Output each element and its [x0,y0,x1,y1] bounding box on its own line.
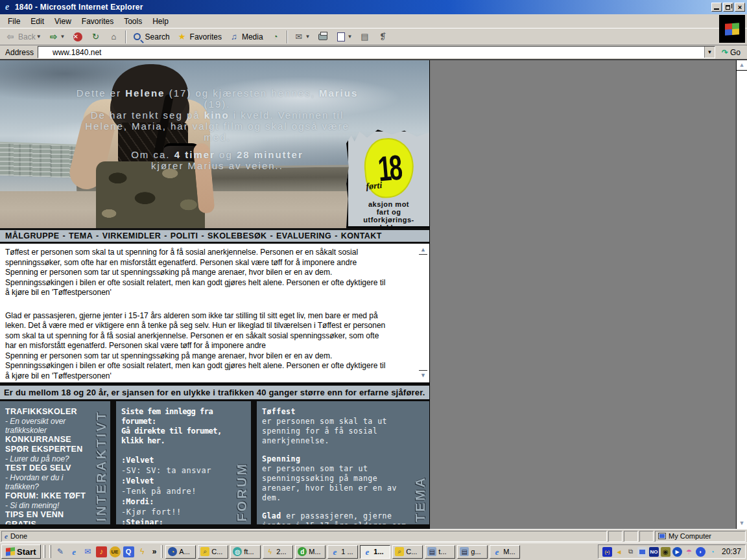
forum-post-msg[interactable]: -SV: SV: ta ansvar [121,465,233,476]
task-button[interactable]: e1 ... [327,545,358,559]
display-tray-icon[interactable] [637,547,647,557]
forum-post-author[interactable]: :Steinar: [121,517,233,524]
wireless-tray-icon[interactable]: (•) [602,547,612,557]
article-paragraph-2: Glad er passasjeren, gjerne jenter i 15-… [0,307,429,382]
favorites-button[interactable]: ★Favorites [173,30,225,44]
network-tray-icon[interactable]: ⧉ [626,547,635,557]
status-pane-empty [624,531,638,542]
history-button[interactable]: ◔ [267,30,285,44]
nav-evaluering[interactable]: EVALUERING [276,231,331,240]
menu-tools[interactable]: Tools [119,15,147,28]
address-input[interactable] [38,48,704,57]
lightning-icon[interactable]: ϟ [137,546,148,557]
menu-help[interactable]: Help [147,15,174,28]
messenger-button[interactable]: ❡ [374,30,392,44]
text-scrollbar[interactable]: ▲ ▼ [419,246,427,379]
nav-skolebesok[interactable]: SKOLEBESØK [208,231,267,240]
task-button[interactable]: dM... [295,545,326,559]
forum-link[interactable]: Gå direkte til forumet, klikk her. [121,426,233,446]
scrollbar-down-icon[interactable]: ▼ [737,520,747,526]
signal-tray-icon[interactable]: ◔ [707,547,717,557]
forward-button[interactable]: ⇨▼ [45,30,69,44]
page-viewport: Dette er Helene (17) og kjæresten hennes… [0,60,747,529]
link-test-deg-selv[interactable]: TEST DEG SELV [5,463,92,473]
refresh-button[interactable]: ↻ [87,30,105,44]
status-pane-empty [608,531,622,542]
task-button[interactable]: eM... [490,545,520,559]
ie-icon[interactable]: e [69,546,80,557]
task-button[interactable]: ⌕C... [198,545,228,559]
edit-button[interactable]: ▼ [332,30,356,44]
go-button[interactable]: ↷Go [717,48,746,57]
article-paragraph-1: Tøffest er personen som skal ta ut spenn… [0,244,429,298]
winamp-icon[interactable]: ♪ [96,546,107,557]
minimize-button[interactable] [711,3,722,12]
link-spor-eksperten[interactable]: SPØR EKSPERTEN [5,445,92,454]
player-tray-icon[interactable]: ▶ [672,547,682,557]
taskbar-clock[interactable]: 20:37 [722,547,741,556]
forum-post-msg[interactable]: -Kjør fort!! [121,507,233,517]
scrollbar-up-icon[interactable]: ▲ [737,62,747,71]
link-gratis-mobillogoer[interactable]: GRATIS MOBILLOGOER - FLASH [5,520,92,524]
restore-button[interactable] [723,3,733,12]
language-tray-icon[interactable]: NO [649,547,659,557]
link-trafikkskoler[interactable]: TRAFIKKSKOLER [5,407,92,417]
campaign-logo-panel: 18 førti aksjon mot fart og utforkjøring… [346,130,429,228]
menu-edit[interactable]: Edit [25,15,49,28]
task-button[interactable]: ⌕C... [392,545,423,559]
umbrella-tray-icon[interactable]: ☂ [684,547,694,557]
mail-icon[interactable]: ✉ [82,546,93,557]
media-button[interactable]: ♫Media [225,30,267,44]
back-button[interactable]: ⇦Back▼ [1,30,45,44]
compose-icon[interactable]: ✎ [55,546,66,557]
system-tray: (•) ◄ ⧉ NO ◉ ▶ ☂ ◗ ◔ 20:37 [598,544,746,559]
taskbar-grip[interactable] [43,545,45,558]
forum-post-author[interactable]: :Velvet [121,476,233,486]
search-button[interactable]: Search [128,30,173,44]
page-icon: e [5,533,8,540]
link-tips-en-venn[interactable]: TIPS EN VENN [5,510,92,520]
tema-column: Tøffester personen som skal ta ut spenni… [257,401,429,524]
nav-virkemidler[interactable]: VIRKEMIDLER [102,231,161,240]
task-button[interactable]: ▤t... [425,545,455,559]
q-app-icon[interactable]: Q [123,546,134,557]
stop-button[interactable]: ✕ [69,30,87,44]
start-button[interactable]: Start [1,544,41,559]
bottom-columns: TRAFIKKSKOLER - En oversikt over trafikk… [0,401,429,529]
task-button-active[interactable]: e1... [360,545,390,559]
menu-view[interactable]: View [49,15,77,28]
menu-file[interactable]: File [3,15,25,28]
discuss-button[interactable]: ▤ [355,30,374,44]
browser-scrollbar[interactable]: ▲ ▼ [736,60,747,529]
close-button[interactable]: × [735,3,745,12]
taskbar-grip[interactable] [49,545,51,558]
task-button[interactable]: ◔A... [165,545,196,559]
nav-kontakt[interactable]: KONTAKT [341,231,382,240]
forum-post-author[interactable]: :Velvet [121,455,233,465]
menu-favorites[interactable]: Favorites [77,15,119,28]
quicklaunch-overflow-chevron[interactable]: » [150,547,159,556]
volume-tray-icon[interactable]: ◄ [614,547,624,557]
quick-launch: ✎ e ✉ ♪ UE Q ϟ [54,546,149,557]
link-konkurranse[interactable]: KONKURRANSE [5,435,92,445]
address-dropdown-arrow[interactable]: ▼ [704,47,715,58]
home-button[interactable]: ⌂ [105,30,123,44]
task-button[interactable]: ◍ft... [230,545,261,559]
task-button[interactable]: ϟ2... [263,545,293,559]
nav-malgruppe[interactable]: MÅLGRUPPE [5,231,59,240]
print-button[interactable] [314,30,332,44]
scroll-up-icon[interactable]: ▲ [419,246,427,255]
antivirus-tray-icon[interactable]: ◉ [661,547,670,557]
ultraedit-icon[interactable]: UE [110,546,121,557]
forum-post-msg[interactable]: -Tenk på andre! [121,486,233,496]
taskbar-grip[interactable] [161,545,163,558]
forum-post-author[interactable]: :Mordi: [121,496,233,507]
task-button[interactable]: ▤g... [457,545,488,559]
nav-tema[interactable]: TEMA [69,231,93,240]
messenger-tray-icon[interactable]: ◗ [696,547,706,557]
nav-politi[interactable]: POLITI [171,231,198,240]
page-content: Dette er Helene (17) og kjæresten hennes… [0,60,430,529]
scroll-down-icon[interactable]: ▼ [419,370,427,379]
link-forum-ikke-toft[interactable]: FORUM: IKKE TØFT [5,491,92,501]
mail-button[interactable]: ✉▼ [290,30,314,44]
